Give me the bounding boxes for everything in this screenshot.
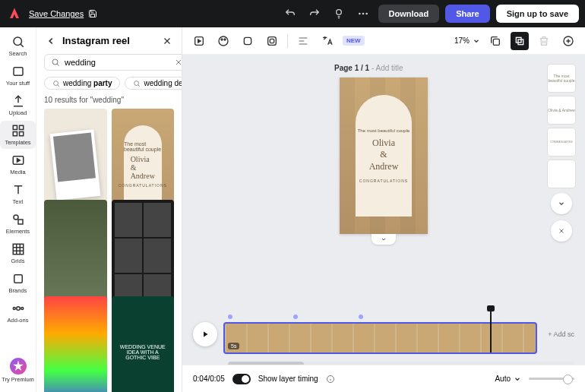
redo-icon[interactable] <box>305 5 324 23</box>
suggestion-chip[interactable]: wedding party <box>44 77 120 90</box>
search-input-wrapper[interactable] <box>44 54 190 71</box>
translate-icon[interactable] <box>318 32 337 50</box>
svg-rect-25 <box>268 36 277 45</box>
signup-button[interactable]: Sign up to save <box>496 5 579 23</box>
playhead[interactable] <box>490 308 492 352</box>
sidebar-label: Your stuff <box>6 80 30 87</box>
layer-timing-label: Show layer timing <box>258 375 318 383</box>
timeline-zoom-mode[interactable]: Auto <box>495 375 521 383</box>
svg-rect-12 <box>18 220 23 224</box>
download-button[interactable]: Download <box>378 5 440 23</box>
timeline: 5s + Add sc <box>182 304 585 365</box>
close-layers-icon[interactable] <box>551 220 572 242</box>
layers-icon[interactable] <box>511 32 529 50</box>
more-icon[interactable] <box>354 5 372 23</box>
sidebar-label: Add-ons <box>8 317 29 324</box>
share-button[interactable]: Share <box>445 5 490 23</box>
layer-thumb[interactable]: CONGRATULATIONS <box>547 128 576 156</box>
sidebar-item-grids[interactable]: Grids <box>0 239 36 267</box>
template-card[interactable] <box>44 200 107 311</box>
svg-point-17 <box>52 59 58 65</box>
svg-point-1 <box>359 13 361 15</box>
new-badge: NEW <box>343 36 365 46</box>
save-changes-link[interactable]: Save Changes <box>29 9 97 18</box>
zoom-slider[interactable] <box>529 378 574 380</box>
svg-point-14 <box>16 307 20 311</box>
keyframe-marker[interactable] <box>293 315 298 319</box>
svg-point-15 <box>13 308 15 310</box>
app-logo[interactable] <box>6 5 23 22</box>
svg-rect-26 <box>270 39 274 43</box>
sidebar-item-search[interactable]: Search <box>0 32 36 60</box>
timeline-track[interactable]: 5s <box>223 315 537 354</box>
duration-label: 5s <box>228 343 239 349</box>
undo-icon[interactable] <box>281 5 299 23</box>
sidebar-item-upload[interactable]: Upload <box>0 91 36 119</box>
layer-thumb[interactable]: The most beautiful couple <box>547 64 576 93</box>
layer-thumb[interactable] <box>547 160 576 188</box>
search-input[interactable] <box>65 58 169 67</box>
svg-rect-13 <box>14 275 22 283</box>
svg-point-22 <box>221 39 223 40</box>
expand-icon[interactable] <box>372 234 396 245</box>
info-icon[interactable] <box>326 375 335 384</box>
page-indicator[interactable]: Page 1 / 1 - Add title <box>334 64 403 72</box>
svg-point-3 <box>365 13 368 15</box>
chip-text: wedding <box>63 79 93 87</box>
sidebar-label: Search <box>9 50 27 57</box>
keyframe-marker[interactable] <box>228 315 232 319</box>
save-changes-label: Save Changes <box>29 9 84 18</box>
template-card[interactable]: WEDDING VENUE IDEA WITH A GOTHIC VIBE <box>112 296 175 392</box>
chip-bold: party <box>93 79 112 87</box>
sidebar-item-addons[interactable]: Add-ons <box>0 299 36 327</box>
time-display: 0:04/0:05 <box>193 375 225 383</box>
layer-thumb[interactable]: Olivia & Andrew <box>547 96 576 125</box>
svg-point-11 <box>14 215 18 220</box>
frame-icon[interactable] <box>263 32 281 50</box>
sidebar-item-elements[interactable]: Elements <box>0 210 36 238</box>
svg-point-4 <box>14 37 22 46</box>
design-names: Olivia & Andrew <box>369 138 399 173</box>
back-icon[interactable] <box>46 36 56 46</box>
layer-timing-toggle[interactable] <box>232 374 251 384</box>
svg-rect-5 <box>14 68 23 76</box>
page-number: Page 1 / 1 <box>334 64 369 72</box>
add-page-icon[interactable] <box>559 32 577 50</box>
auto-label: Auto <box>495 375 511 383</box>
sidebar-label: Text <box>13 198 24 205</box>
thumb-text: CONGRATULATIONS <box>550 141 573 144</box>
lightbulb-icon[interactable] <box>330 5 348 23</box>
sidebar-item-text[interactable]: Text <box>0 180 36 208</box>
trash-icon[interactable] <box>535 32 553 50</box>
palette-icon[interactable] <box>214 32 232 50</box>
suggestion-chip[interactable]: wedding de <box>125 77 182 90</box>
svg-point-18 <box>54 81 58 85</box>
sidebar-item-premium[interactable]: Try Premium <box>0 355 36 386</box>
canvas-area: NEW 17% Page 1 / 1 - Add title The most … <box>182 27 585 392</box>
sidebar-label: Try Premium <box>2 376 34 383</box>
sidebar-item-media[interactable]: Media <box>0 150 36 179</box>
keyframe-marker[interactable] <box>359 315 363 319</box>
sidebar-item-yourstuff[interactable]: Your stuff <box>0 62 36 90</box>
align-icon[interactable] <box>294 32 312 50</box>
template-text: WEDDING VENUE IDEA WITH A GOTHIC VIBE <box>116 344 170 360</box>
close-icon[interactable] <box>162 36 172 46</box>
add-scene-button[interactable]: + Add sc <box>543 330 574 338</box>
animate-icon[interactable] <box>190 32 208 50</box>
shape-icon[interactable] <box>239 32 257 50</box>
add-title-text: - Add title <box>369 64 403 72</box>
zoom-control[interactable]: 17% <box>454 36 480 45</box>
left-sidebar: Search Your stuff Upload Templates Media… <box>0 27 36 392</box>
sidebar-item-brands[interactable]: Brands <box>0 269 36 297</box>
expand-layers-icon[interactable] <box>551 193 572 214</box>
canvas-page[interactable]: The most beautiful couple Olivia & Andre… <box>340 77 428 234</box>
template-card[interactable] <box>44 296 107 392</box>
template-card[interactable] <box>112 200 175 311</box>
copy-icon[interactable] <box>486 32 504 50</box>
svg-point-21 <box>219 36 228 46</box>
sidebar-label: Elements <box>6 228 30 235</box>
layer-thumbnails: The most beautiful couple Olivia & Andre… <box>547 64 576 243</box>
play-button[interactable] <box>193 322 217 346</box>
template-text: The most beautiful couple <box>124 141 162 152</box>
sidebar-item-templates[interactable]: Templates <box>0 121 36 149</box>
